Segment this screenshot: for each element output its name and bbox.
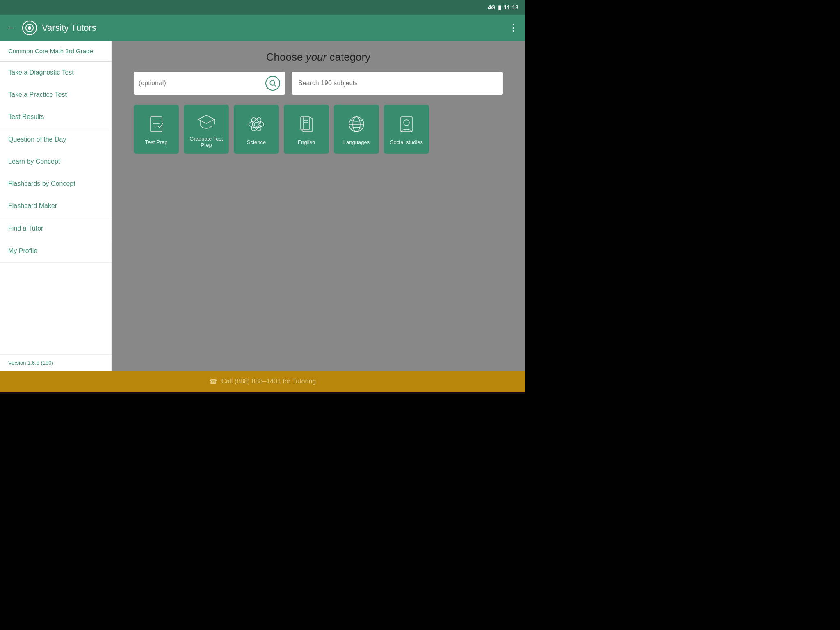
graduate-test-prep-label: Graduate Test Prep — [184, 136, 229, 148]
main-layout: Common Core Math 3rd Grade Take a Diagno… — [0, 41, 525, 371]
category-card-english[interactable]: English — [284, 105, 329, 154]
sidebar-item-take-practice-test[interactable]: Take a Practice Test — [0, 84, 111, 106]
optional-search-input[interactable] — [139, 80, 265, 87]
sidebar-item-question-of-the-day[interactable]: Question of the Day — [0, 128, 111, 151]
title-suffix: category — [326, 51, 370, 63]
phone-icon: ☎ — [209, 378, 217, 386]
sidebar-spacer — [0, 262, 111, 354]
content-area: Choose your category — [112, 41, 525, 371]
sidebar-item-flashcards-by-concept[interactable]: Flashcards by Concept — [0, 173, 111, 195]
english-icon — [296, 114, 317, 135]
sidebar-item-my-profile[interactable]: My Profile — [0, 240, 111, 262]
sidebar-item-test-results[interactable]: Test Results — [0, 106, 111, 128]
science-label: Science — [247, 139, 266, 145]
sidebar-version: Version 1.6.8 (180) — [0, 354, 111, 371]
languages-label: Languages — [343, 139, 370, 145]
sidebar-item-flashcard-maker[interactable]: Flashcard Maker — [0, 195, 111, 217]
sidebar-item-learn-by-concept[interactable]: Learn by Concept — [0, 151, 111, 173]
status-bar: 4G ▮ 11:13 — [0, 0, 525, 15]
category-card-science[interactable]: Science — [234, 105, 279, 154]
svg-rect-2 — [151, 117, 162, 132]
svg-rect-12 — [301, 117, 310, 129]
title-prefix: Choose — [266, 51, 306, 63]
svg-point-0 — [270, 80, 275, 85]
search-icon-button[interactable] — [265, 76, 280, 91]
sidebar: Common Core Math 3rd Grade Take a Diagno… — [0, 41, 112, 371]
overflow-menu-button[interactable]: ⋮ — [509, 23, 518, 33]
clock: 11:13 — [504, 4, 518, 11]
signal-indicator: 4G — [488, 4, 496, 11]
category-card-social-studies[interactable]: Social studies — [384, 105, 429, 154]
social-studies-icon — [396, 114, 417, 135]
gold-bar-text: Call (888) 888–1401 for Tutoring — [221, 378, 316, 385]
bottom-nav: ◁ ○ □ — [0, 392, 525, 394]
test-prep-label: Test Prep — [145, 139, 168, 145]
sidebar-group-tests: Take a Diagnostic Test Take a Practice T… — [0, 62, 111, 128]
app-title: Varsity Tutors — [42, 23, 509, 33]
back-button[interactable]: ← — [7, 23, 16, 33]
sidebar-item-take-diagnostic-test[interactable]: Take a Diagnostic Test — [0, 62, 111, 84]
subject-search-box[interactable] — [292, 72, 503, 95]
science-icon — [246, 114, 267, 135]
svg-point-8 — [254, 122, 258, 126]
sidebar-group-tutor: Find a Tutor — [0, 217, 111, 240]
sidebar-group-profile: My Profile — [0, 240, 111, 262]
status-icons: 4G ▮ 11:13 — [488, 4, 519, 11]
sidebar-header: Common Core Math 3rd Grade — [0, 41, 111, 62]
category-card-graduate-test-prep[interactable]: Graduate Test Prep — [184, 105, 229, 154]
english-label: English — [298, 139, 315, 145]
subject-search-input[interactable] — [298, 80, 496, 87]
optional-search-box[interactable] — [134, 72, 285, 95]
sidebar-item-find-a-tutor[interactable]: Find a Tutor — [0, 217, 111, 240]
svg-point-19 — [404, 120, 409, 126]
svg-line-1 — [274, 85, 276, 87]
category-card-languages[interactable]: Languages — [334, 105, 379, 154]
social-studies-label: Social studies — [390, 139, 423, 145]
gold-bar[interactable]: ☎ Call (888) 888–1401 for Tutoring — [0, 371, 525, 392]
content-title: Choose your category — [266, 51, 370, 64]
category-grid: Test Prep Graduate Test Prep — [134, 105, 503, 154]
category-card-test-prep[interactable]: Test Prep — [134, 105, 179, 154]
test-prep-icon — [146, 114, 167, 135]
app-logo — [22, 21, 37, 35]
app-bar: ← Varsity Tutors ⋮ — [0, 15, 525, 41]
languages-icon — [346, 114, 367, 135]
graduate-test-prep-icon — [196, 110, 217, 132]
battery-icon: ▮ — [498, 4, 501, 11]
title-italic: your — [306, 51, 327, 63]
sidebar-group-study: Question of the Day Learn by Concept Fla… — [0, 128, 111, 217]
search-row — [134, 72, 503, 95]
